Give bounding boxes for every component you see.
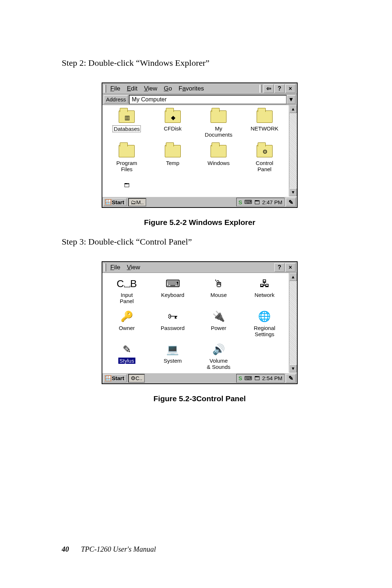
menu-file[interactable]: File [107,263,123,272]
icon-label: Mouse [211,292,227,298]
taskbar-app[interactable]: 🗂M.. [128,198,146,206]
menu-go[interactable]: Go [160,84,175,93]
menu-file[interactable]: File [107,84,123,93]
icon-label: RegionalSettings [254,325,275,338]
menu-edit[interactable]: Edit [123,84,140,93]
start-button[interactable]: 🪟Start [103,374,127,382]
control-panel-item[interactable]: 🔊Volume& Sounds [196,343,242,370]
icon-label: Databases [113,125,141,132]
desktop-tray-icon[interactable]: 🗔 [254,199,260,205]
menu-view[interactable]: View [123,263,143,272]
explorer-item[interactable]: NETWORK [242,109,288,138]
explorer-item[interactable]: ProgramFiles [104,144,150,173]
menubar: File Edit View Go Favorites ⇦ ? × [102,83,297,94]
scrollbar[interactable]: ▲ ▼ [289,105,297,196]
address-input[interactable]: My Computer [129,95,287,104]
icon-label: CFDisk [164,125,181,132]
taskbar-app[interactable]: ⚙C.. [128,374,145,383]
address-bar: Address My Computer ▼ [102,94,297,105]
icon-label: InputPanel [120,292,134,305]
keyboard-tray-icon[interactable]: ⌨ [244,199,252,205]
folder-icon [211,145,226,157]
icon-grid: ▥Databases◆CFDiskMyDocumentsNETWORKProgr… [102,105,289,196]
cp-item-icon: C⎵B [119,277,134,290]
control-panel-screenshot: File View ? × C⎵BInputPanel⌨Keyboard🖱Mou… [102,261,298,384]
icon-label: Owner [119,325,135,331]
cp-item-icon: 🌐 [257,310,272,323]
scroll-down-button[interactable]: ▼ [289,188,297,196]
control-panel-item[interactable]: 🖧Network [242,277,288,305]
control-panel-item[interactable]: 🗝Password [150,310,196,338]
desktop-tray-icon[interactable]: 🗔 [254,375,260,381]
back-button[interactable]: ⇦ [264,84,274,93]
close-button[interactable]: × [285,84,295,93]
system-tray: S ⌨ 🗔 2:47 PM [236,198,285,206]
scroll-track[interactable] [289,281,297,365]
control-panel-item[interactable]: 🌐RegionalSettings [242,310,288,338]
control-panel-item[interactable]: ✎Stylus [104,343,150,370]
control-panel-item[interactable]: 🖱Mouse [196,277,242,305]
scrollbar[interactable]: ▲ ▼ [289,273,297,372]
client-area: C⎵BInputPanel⌨Keyboard🖱Mouse🖧Network🔑Own… [102,273,297,372]
show-desktop-button[interactable]: ✎ [286,198,296,206]
explorer-item[interactable]: MyDocuments [196,109,242,138]
icon-label: Temp [166,160,179,166]
help-button[interactable]: ? [274,263,285,272]
control-panel-item[interactable]: ⌨Keyboard [150,277,196,305]
icon-label: System [164,358,182,364]
control-panel-item[interactable]: 💻System [150,343,196,370]
address-label: Address [104,95,128,104]
scroll-up-button[interactable]: ▲ [289,273,297,281]
control-panel-item[interactable]: C⎵BInputPanel [104,277,150,305]
close-button[interactable]: × [285,263,295,272]
cp-item-icon: 🔌 [211,310,226,323]
clock: 2:54 PM [262,375,282,381]
folder-icon [165,145,181,157]
folder-icon [211,110,226,123]
menu-favorites[interactable]: Favorites [175,84,207,93]
explorer-item[interactable]: ⚙ControlPanel [242,144,288,173]
cp-item-icon: 🖧 [257,277,272,290]
icon-label: Network [254,292,274,298]
system-tray: S ⌨ 🗔 2:54 PM [236,374,285,383]
start-button[interactable]: 🪟Start [103,198,127,206]
address-dropdown[interactable]: ▼ [287,95,295,104]
icon-label: Power [211,325,226,331]
clock: 2:47 PM [262,199,282,205]
icon-label: Windows [208,160,230,166]
explorer-item[interactable]: Temp [150,144,196,173]
icon-label: Keyboard [161,292,184,298]
scroll-track[interactable] [289,113,297,188]
cp-item-icon: 🔑 [119,310,134,323]
control-panel-item[interactable]: 🔌Power [196,310,242,338]
menubar: File View ? × [102,262,297,273]
cp-item-icon: ⌨ [166,277,180,290]
control-panel-item[interactable]: 🔑Owner [104,310,150,338]
cp-item-icon: 💻 [166,343,180,356]
explorer-item[interactable]: ◆CFDisk [150,109,196,138]
scroll-down-button[interactable]: ▼ [289,365,297,372]
explorer-item[interactable]: ▥Databases [104,109,150,138]
folder-icon [119,145,135,157]
folder-icon: ◆ [165,110,181,123]
explorer-item[interactable]: Windows [196,144,242,173]
step3-text: Step 3: Double-click “Control Panel” [62,237,338,247]
doc-title: TPC-1260 User's Manual [81,545,156,553]
icon-label: MyDocuments [205,125,232,138]
icon-label: Stylus [118,358,135,364]
menu-view[interactable]: View [141,84,161,93]
icon-label: Password [161,325,185,331]
tray-status-icon: S [238,199,242,205]
page-footer: 40 TPC-1260 User's Manual [62,545,156,553]
tray-status-icon: S [238,375,242,381]
app-icon: 🗔 [124,182,130,188]
explorer-item[interactable]: 🗔 [104,178,150,194]
control-panel-icon: ⚙ [261,149,269,156]
gripper-icon [260,85,262,93]
folder-icon: ▥ [119,110,135,123]
show-desktop-button[interactable]: ✎ [286,374,296,383]
scroll-up-button[interactable]: ▲ [289,105,297,113]
keyboard-tray-icon[interactable]: ⌨ [244,375,252,382]
help-button[interactable]: ? [274,84,285,93]
taskbar: 🪟Start ⚙C.. S ⌨ 🗔 2:54 PM ✎ [102,372,297,383]
